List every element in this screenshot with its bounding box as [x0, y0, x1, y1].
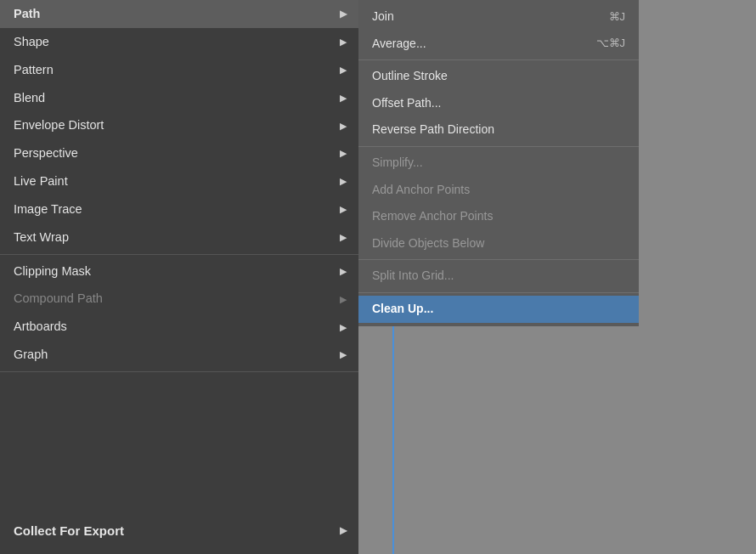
menu-item-collect-for-export-label: Collect For Export — [14, 523, 124, 540]
main-menu: Path ▶ Shape ▶ Pattern ▶ Blend ▶ Envelop… — [0, 0, 358, 554]
submenu-separator-1 — [358, 59, 639, 60]
menu-item-artboards-arrow: ▶ — [340, 321, 347, 333]
menu-item-image-trace-label: Image Trace — [14, 201, 82, 218]
menu-item-graph-arrow: ▶ — [340, 348, 347, 360]
submenu-item-average-label: Average... — [372, 36, 426, 53]
submenu-item-offset-path-label: Offset Path... — [372, 95, 441, 112]
menu-item-graph[interactable]: Graph ▶ — [0, 341, 358, 369]
submenu-item-join-label: Join — [372, 8, 394, 25]
menu-item-artboards-label: Artboards — [14, 319, 67, 335]
menu-item-envelope-distort[interactable]: Envelope Distort ▶ — [0, 111, 358, 139]
submenu-item-average[interactable]: Average... ⌥⌘J — [358, 31, 639, 58]
menu-item-clipping-mask-label: Clipping Mask — [14, 263, 91, 280]
menu-item-blend-arrow: ▶ — [340, 92, 347, 104]
submenu-item-average-shortcut: ⌥⌘J — [596, 36, 626, 51]
menu-item-envelope-distort-arrow: ▶ — [340, 120, 347, 132]
menu-item-perspective-arrow: ▶ — [340, 147, 347, 159]
submenu-item-divide-objects-below-label: Divide Objects Below — [372, 235, 484, 252]
submenu-item-clean-up[interactable]: Clean Up... — [358, 296, 639, 323]
menu-item-pattern-arrow: ▶ — [340, 64, 347, 76]
menu-item-live-paint-arrow: ▶ — [340, 175, 347, 187]
menu-item-compound-path-label: Compound Path — [14, 291, 103, 307]
menu-item-shape-arrow: ▶ — [340, 36, 347, 48]
submenu-item-remove-anchor-points[interactable]: Remove Anchor Points — [358, 203, 639, 230]
submenu-item-remove-anchor-points-label: Remove Anchor Points — [372, 208, 493, 225]
menu-item-compound-path-arrow: ▶ — [340, 293, 347, 305]
menu-item-perspective-label: Perspective — [14, 145, 78, 161]
path-submenu: Join ⌘J Average... ⌥⌘J Outline Stroke Of… — [358, 0, 639, 326]
separator-1 — [0, 254, 358, 255]
submenu-item-join-shortcut: ⌘J — [609, 9, 626, 25]
submenu-separator-2 — [358, 146, 639, 147]
submenu-item-offset-path[interactable]: Offset Path... — [358, 90, 639, 117]
menu-item-blend-label: Blend — [14, 90, 45, 106]
submenu-item-split-into-grid[interactable]: Split Into Grid... — [358, 263, 639, 290]
submenu-item-reverse-path-direction-label: Reverse Path Direction — [372, 122, 494, 138]
menu-item-clipping-mask[interactable]: Clipping Mask ▶ — [0, 257, 358, 285]
menu-item-live-paint-label: Live Paint — [14, 173, 68, 189]
menu-item-pattern[interactable]: Pattern ▶ — [0, 56, 358, 84]
menu-item-compound-path[interactable]: Compound Path ▶ — [0, 285, 358, 313]
submenu-item-simplify-label: Simplify... — [372, 155, 423, 172]
menu-item-collect-for-export[interactable]: Collect For Export ▶ — [0, 507, 358, 555]
submenu-item-outline-stroke[interactable]: Outline Stroke — [358, 63, 639, 90]
menu-item-path-label: Path — [14, 6, 40, 22]
menu-item-envelope-distort-label: Envelope Distort — [14, 117, 104, 133]
menu-item-artboards[interactable]: Artboards ▶ — [0, 313, 358, 341]
submenu-item-divide-objects-below[interactable]: Divide Objects Below — [358, 230, 639, 257]
menu-item-image-trace[interactable]: Image Trace ▶ — [0, 195, 358, 223]
menu-item-blend[interactable]: Blend ▶ — [0, 84, 358, 112]
submenu-item-add-anchor-points-label: Add Anchor Points — [372, 182, 470, 199]
menu-item-text-wrap-label: Text Wrap — [14, 229, 69, 246]
submenu-item-split-into-grid-label: Split Into Grid... — [372, 268, 454, 285]
menu-item-collect-for-export-container: Collect For Export ▶ — [0, 507, 358, 555]
menu-item-collect-for-export-arrow: ▶ — [340, 524, 347, 536]
menu-item-shape-label: Shape — [14, 34, 49, 50]
submenu-item-add-anchor-points[interactable]: Add Anchor Points — [358, 177, 639, 204]
menu-item-live-paint[interactable]: Live Paint ▶ — [0, 167, 358, 195]
menu-item-text-wrap-arrow: ▶ — [340, 231, 347, 243]
menu-item-text-wrap[interactable]: Text Wrap ▶ — [0, 223, 358, 252]
submenu-separator-3 — [358, 259, 639, 260]
menu-item-image-trace-arrow: ▶ — [340, 203, 347, 215]
submenu-item-simplify[interactable]: Simplify... — [358, 150, 639, 177]
submenu-item-reverse-path-direction[interactable]: Reverse Path Direction — [358, 116, 639, 144]
submenu-item-clean-up-label: Clean Up... — [372, 301, 433, 318]
menu-item-clipping-mask-arrow: ▶ — [340, 265, 347, 277]
submenu-item-outline-stroke-label: Outline Stroke — [372, 68, 448, 85]
submenu-separator-4 — [358, 292, 639, 293]
menu-item-shape[interactable]: Shape ▶ — [0, 28, 358, 56]
menu-item-path[interactable]: Path ▶ — [0, 0, 358, 28]
menu-item-path-arrow: ▶ — [340, 8, 347, 20]
menu-item-pattern-label: Pattern — [14, 62, 54, 78]
separator-2 — [0, 371, 358, 372]
menu-item-perspective[interactable]: Perspective ▶ — [0, 139, 358, 167]
menu-item-graph-label: Graph — [14, 347, 48, 363]
submenu-item-join[interactable]: Join ⌘J — [358, 3, 639, 31]
